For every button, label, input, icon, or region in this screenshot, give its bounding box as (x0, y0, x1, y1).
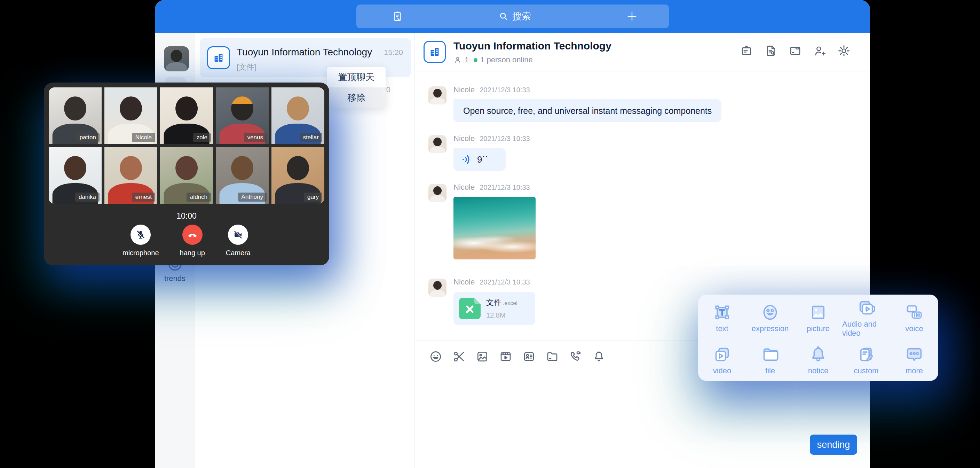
sender-avatar[interactable] (428, 184, 447, 202)
screenshot-scissors-icon[interactable] (452, 350, 466, 363)
panel-item-label: picture (807, 324, 830, 333)
video-call-icon[interactable] (569, 350, 582, 363)
participant-name: patton (76, 133, 100, 142)
settings-gear-icon[interactable] (837, 44, 851, 58)
emoji-icon[interactable] (429, 350, 442, 363)
file-box-icon[interactable] (789, 44, 802, 58)
control-label: microphone (123, 249, 159, 257)
panel-item-picture[interactable]: picture (794, 297, 842, 339)
custom-icon (856, 345, 876, 364)
add-member-icon[interactable] (813, 44, 826, 58)
panel-item-audio-video[interactable]: Audio and video (842, 297, 890, 339)
message-type-panel: text expression picture (698, 295, 938, 381)
sender-avatar[interactable] (428, 135, 447, 153)
panel-item-label: Audio and video (842, 319, 890, 338)
conversation-title: Tuoyun Information Technology (237, 47, 372, 58)
sender-avatar[interactable] (428, 279, 447, 297)
participant-grid: patton Nicole zole venus stellar danika … (49, 88, 325, 204)
panel-item-label: notice (808, 366, 829, 375)
panel-item-label: text (716, 324, 728, 333)
chat-record-search-icon[interactable] (764, 44, 778, 58)
panel-item-custom[interactable]: custom (842, 339, 890, 381)
participant-tile: aldrich (160, 147, 213, 204)
camera-button[interactable]: Camera (226, 225, 251, 257)
online-dot (474, 58, 477, 62)
context-menu: 置顶聊天 移除 (327, 67, 386, 108)
member-count-icon (453, 56, 462, 64)
chat-title: Tuoyun Information Technology (453, 40, 611, 52)
voice-icon (904, 303, 924, 322)
menu-item-remove[interactable]: 移除 (327, 88, 386, 108)
panel-item-label: more (905, 366, 923, 375)
microphone-button[interactable]: microphone (123, 225, 159, 257)
participant-tile: gary (272, 147, 325, 204)
notice-icon (808, 345, 828, 364)
text-message-bubble[interactable]: Open source, free, and universal instant… (453, 99, 721, 122)
panel-item-video[interactable]: video (698, 339, 746, 381)
panel-item-more[interactable]: more (890, 339, 938, 381)
online-status: 1 person online (480, 55, 533, 64)
sender-avatar[interactable] (428, 86, 447, 104)
notification-bell-icon[interactable] (592, 350, 606, 363)
participant-name: stellar (300, 133, 322, 142)
menu-item-pin-chat[interactable]: 置顶聊天 (327, 67, 386, 88)
camera-muted-icon (228, 225, 248, 245)
file-ext: .excel (503, 300, 517, 306)
participant-name: aldrich (186, 193, 211, 201)
participant-name: gary (304, 193, 322, 201)
add-button[interactable] (626, 10, 638, 22)
panel-item-label: video (713, 366, 732, 375)
message-meta: Nicole2021/12/3 10:33 (453, 85, 530, 94)
hang-up-button[interactable]: hang up (180, 225, 205, 257)
trends-label: trends (155, 274, 195, 283)
panel-item-notice[interactable]: notice (794, 339, 842, 381)
search-bar[interactable]: 搜索 (356, 5, 669, 28)
picture-icon[interactable] (476, 350, 489, 363)
call-timer: 10:00 (44, 211, 329, 221)
folder-icon[interactable] (546, 350, 559, 363)
plus-icon (626, 10, 638, 22)
participant-name: zole (193, 133, 211, 142)
participant-tile: Nicole (104, 88, 157, 144)
participant-name: ernest (132, 193, 155, 201)
expression-icon (760, 303, 780, 322)
image-message[interactable] (453, 197, 536, 259)
announcement-icon[interactable] (740, 44, 753, 58)
message-meta: Nicole2021/12/3 10:33 (453, 278, 530, 287)
text-icon (713, 303, 732, 322)
panel-item-label: expression (752, 324, 789, 333)
participant-tile: zole (160, 88, 213, 144)
participant-tile: Anthony (216, 147, 269, 204)
file-message-bubble[interactable]: 文件.excel 12.8M (453, 292, 535, 325)
audio-video-icon (856, 298, 876, 318)
building-icon (213, 52, 224, 64)
chat-header: Tuoyun Information Technology 1 1 person… (414, 33, 870, 71)
participant-tile: danika (49, 147, 102, 204)
call-list-icon[interactable] (391, 10, 404, 22)
message-meta: Nicole2021/12/3 10:33 (453, 134, 530, 143)
panel-item-label: voice (905, 324, 923, 333)
voice-message-bubble[interactable]: 9`` (453, 148, 506, 171)
send-button[interactable]: sending (810, 434, 857, 455)
participant-tile: ernest (104, 147, 157, 204)
sender-name: Nicole (453, 278, 475, 286)
panel-item-voice[interactable]: voice (890, 297, 938, 339)
file-size: 12.8M (486, 311, 517, 319)
group-avatar (423, 41, 446, 63)
contact-card-icon[interactable] (522, 350, 536, 363)
panel-item-label: file (765, 366, 775, 375)
more-icon (904, 345, 924, 364)
hang-up-icon (182, 225, 202, 245)
panel-item-file[interactable]: file (746, 339, 794, 381)
search-input[interactable]: 搜索 (512, 10, 531, 22)
screen: 搜索 trends (0, 0, 980, 468)
panel-item-text[interactable]: text (698, 297, 746, 339)
search-icon (498, 11, 509, 22)
panel-item-expression[interactable]: expression (746, 297, 794, 339)
participant-tile: patton (49, 88, 102, 144)
video-icon (713, 345, 732, 364)
excel-file-icon (459, 298, 480, 319)
video-clip-icon[interactable] (499, 350, 512, 363)
sender-name: Nicole (453, 183, 475, 192)
my-avatar[interactable] (164, 46, 189, 71)
